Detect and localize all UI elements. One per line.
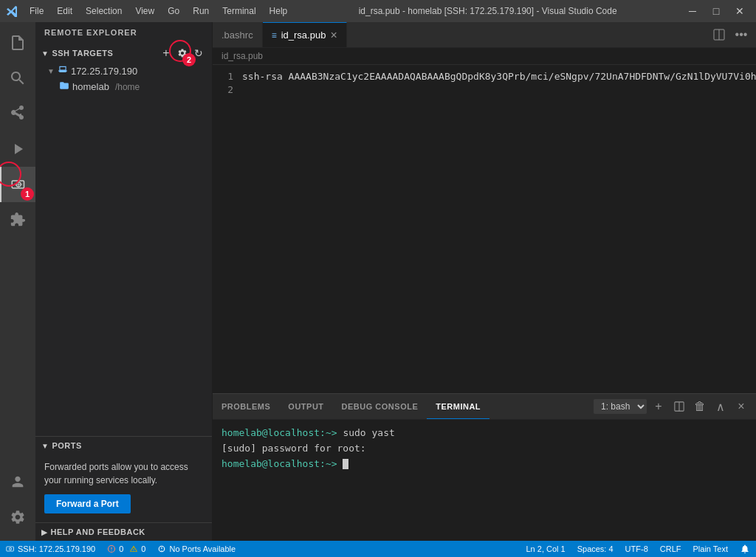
new-terminal-button[interactable]: +	[650, 398, 667, 415]
terminal-line-3: homelab@localhost:~>	[221, 457, 747, 472]
split-editor-button[interactable]	[710, 26, 728, 44]
ssh-targets-actions: + 2 ↻	[159, 46, 206, 60]
titlebar-left: File Edit Selection View Go Run Terminal…	[6, 4, 293, 18]
status-no-ports[interactable]: No Ports Available	[151, 541, 241, 557]
menu-run[interactable]: Run	[187, 4, 215, 18]
main-layout: 1 Remote Explorer ▼	[0, 22, 756, 541]
activity-run-debug[interactable]	[0, 131, 35, 167]
terminal-cursor	[343, 459, 348, 469]
warning-count: 0	[141, 544, 145, 553]
menu-terminal[interactable]: Terminal	[216, 4, 261, 18]
file-icon: ≡	[272, 30, 277, 41]
host-label: 172.25.179.190	[71, 66, 137, 77]
panel-tab-terminal[interactable]: TERMINAL	[427, 394, 489, 419]
activity-explorer[interactable]	[0, 25, 35, 60]
maximize-button[interactable]: □	[706, 4, 726, 18]
line-number-1: 1	[213, 71, 242, 84]
maximize-panel-button[interactable]: ∧	[712, 398, 729, 415]
activity-settings[interactable]	[0, 499, 35, 535]
status-bar: SSH: 172.25.179.190 0 0 No Ports Availab…	[0, 541, 756, 557]
terminal-content[interactable]: homelab@localhost:~> sudo yast [sudo] pa…	[213, 420, 756, 541]
breadcrumb-file: id_rsa.pub	[221, 51, 263, 61]
editor-line-1: 1 ssh-rsa AAAAB3NzaC1yc2EAAAADAQABAAABgQ…	[213, 71, 756, 84]
chevron-down-icon: ▼	[41, 49, 49, 58]
terminal-session-select[interactable]: 1: bash	[594, 399, 647, 414]
add-ssh-button[interactable]: +	[159, 46, 173, 60]
help-section: ▶ Help and Feedback	[35, 522, 212, 541]
editor-content[interactable]: 1 ssh-rsa AAAAB3NzaC1yc2EAAAADAQABAAABgQ…	[213, 65, 756, 393]
tab-bar-right: •••	[710, 22, 756, 47]
help-label: Help and Feedback	[51, 527, 145, 536]
chevron-right-icon: ▼	[47, 67, 55, 75]
panel-tab-debug[interactable]: DEBUG CONSOLE	[333, 394, 427, 419]
terminal-panel: PROBLEMS OUTPUT DEBUG CONSOLE TERMINAL 1…	[213, 393, 756, 541]
vscode-logo	[6, 4, 19, 18]
ssh-targets-label: ▼ SSH Targets	[41, 49, 113, 58]
homelab-label: homelab	[72, 81, 109, 92]
line-content-1: ssh-rsa AAAAB3NzaC1yc2EAAAADAQABAAABgQDp…	[242, 71, 756, 84]
status-encoding[interactable]: UTF-8	[619, 544, 654, 553]
split-terminal-button[interactable]	[670, 398, 688, 415]
configure-ssh-button[interactable]: 2	[175, 46, 190, 60]
title-bar: File Edit Selection View Go Run Terminal…	[0, 0, 756, 22]
tab-bar: .bashrc ≡ id_rsa.pub × •••	[213, 22, 756, 48]
tab-id-rsa-pub[interactable]: ≡ id_rsa.pub ×	[263, 22, 347, 47]
tab-close-button[interactable]: ×	[330, 29, 337, 42]
tree-sub-item-homelab[interactable]: homelab /home	[35, 79, 212, 94]
activity-remote-explorer[interactable]: 1	[0, 167, 35, 202]
terminal-line-1: homelab@localhost:~> sudo yast	[221, 426, 747, 441]
menu-view[interactable]: View	[129, 4, 160, 18]
activity-search[interactable]	[0, 60, 35, 96]
terminal-prompt-3: homelab@localhost:~>	[221, 458, 337, 469]
menu-file[interactable]: File	[24, 4, 49, 18]
menu-edit[interactable]: Edit	[51, 4, 78, 18]
editor-area: id_rsa.pub 1 ssh-rsa AAAAB3NzaC1yc2EAAAA…	[213, 48, 756, 393]
activity-bar-bottom	[0, 464, 35, 541]
status-right: Ln 2, Col 1 Spaces: 4 UTF-8 CRLF Plain T…	[520, 544, 756, 554]
tree-item-host[interactable]: ▼ 172.25.179.190	[35, 63, 212, 79]
homelab-path: /home	[115, 82, 140, 92]
tab-bashrc[interactable]: .bashrc	[213, 22, 263, 47]
activity-extensions[interactable]	[0, 202, 35, 238]
status-ssh[interactable]: SSH: 172.25.179.190	[0, 541, 101, 557]
svg-point-7	[10, 548, 12, 550]
status-line-ending[interactable]: CRLF	[654, 544, 687, 553]
window-title: id_rsa.pub - homelab [SSH: 172.25.179.19…	[293, 6, 682, 16]
status-language[interactable]: Plain Text	[687, 544, 735, 553]
svg-point-15	[162, 550, 162, 551]
sidebar-header: Remote Explorer	[35, 22, 212, 43]
svg-rect-6	[7, 547, 14, 551]
refresh-ssh-button[interactable]: ↻	[191, 46, 206, 60]
ssh-targets-header[interactable]: ▼ SSH Targets + 2 ↻	[35, 43, 212, 63]
kill-terminal-button[interactable]: 🗑	[691, 398, 709, 415]
breadcrumb: id_rsa.pub	[213, 48, 756, 65]
panel-tab-problems[interactable]: PROBLEMS	[213, 394, 279, 419]
svg-point-12	[134, 551, 134, 552]
chevron-right-icon: ▶	[41, 528, 48, 536]
more-actions-button[interactable]: •••	[732, 26, 750, 44]
activity-account[interactable]	[0, 464, 35, 499]
minimize-button[interactable]: ─	[682, 4, 703, 18]
menu-help[interactable]: Help	[264, 4, 294, 18]
activity-source-control[interactable]	[0, 96, 35, 131]
tab-bashrc-label: .bashrc	[221, 30, 253, 41]
ports-header[interactable]: ▼ Ports	[35, 437, 212, 454]
panel-tab-output[interactable]: OUTPUT	[279, 394, 332, 419]
menu-selection[interactable]: Selection	[80, 4, 128, 18]
ports-section: ▼ Ports Forwarded ports allow you to acc…	[35, 436, 212, 522]
chevron-down-icon: ▼	[41, 442, 49, 450]
ssh-tree: ▼ 172.25.179.190 homelab /home	[35, 63, 212, 436]
help-header[interactable]: ▶ Help and Feedback	[35, 523, 212, 541]
tab-id-rsa-label: id_rsa.pub	[281, 30, 326, 41]
status-spaces[interactable]: Spaces: 4	[571, 544, 619, 553]
close-button[interactable]: ✕	[729, 4, 750, 18]
close-panel-button[interactable]: ×	[732, 398, 750, 415]
ports-label: Ports	[52, 441, 81, 450]
status-errors[interactable]: 0 0	[101, 541, 151, 557]
menu-go[interactable]: Go	[162, 4, 185, 18]
titlebar-controls: ─ □ ✕	[682, 4, 750, 18]
status-notifications[interactable]	[734, 544, 756, 554]
status-position[interactable]: Ln 2, Col 1	[520, 544, 571, 553]
forward-port-button[interactable]: Forward a Port	[44, 494, 131, 513]
terminal-line-2: [sudo] password for root:	[221, 441, 747, 457]
